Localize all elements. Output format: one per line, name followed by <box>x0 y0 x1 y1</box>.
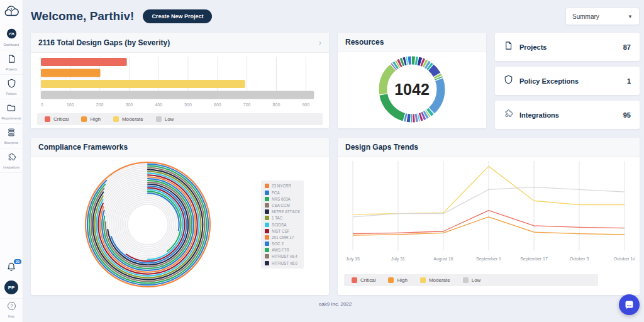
stat-label: Projects <box>519 43 547 51</box>
framework-legend-item[interactable]: HITRUST v9.4 <box>265 254 300 258</box>
framework-legend-item[interactable]: NIST CSF <box>265 229 300 233</box>
page-title: Welcome, Parthiv! <box>31 9 134 23</box>
design-gaps-card-header: 2116 Total Design Gaps (by Severity) › <box>31 33 329 53</box>
compliance-legend: 23 NYCRRFCANRS 603ACSA CCMMITRE ATT&CK1 … <box>261 180 304 268</box>
create-new-project-button[interactable]: Create New Project <box>143 9 212 23</box>
resources-donut-chart: 1042 <box>338 52 486 126</box>
compliance-rings-chart <box>35 160 261 289</box>
legend-swatch <box>113 116 119 122</box>
svg-text:500: 500 <box>184 103 192 107</box>
svg-text:August 16: August 16 <box>433 257 453 262</box>
stat-card-projects[interactable]: Projects 87 <box>495 33 640 61</box>
stat-card-integrations[interactable]: Integrations 95 <box>495 101 640 129</box>
framework-legend-item[interactable]: 23 NYCRR <box>265 184 300 188</box>
legend-swatch <box>265 197 269 201</box>
legend-swatch <box>265 254 269 258</box>
stat-label: Integrations <box>519 111 559 119</box>
svg-text:October 3: October 3 <box>570 257 589 261</box>
severity-legend: CriticalHighModerateLow <box>37 113 323 125</box>
legend-swatch <box>265 248 269 252</box>
bar-low <box>41 91 314 99</box>
severity-bar-chart: 0100200300400500600700800900 <box>31 53 329 112</box>
resources-total: 1042 <box>394 80 430 98</box>
sidebar-item-integrations[interactable]: Integrations <box>0 148 23 173</box>
sidebar-nav: DashboardProjectsPoliciesRequirementsBlu… <box>0 25 23 173</box>
svg-text:200: 200 <box>96 103 104 107</box>
chevron-down-icon: ▼ <box>628 14 633 19</box>
trends-card-header: Design Gaps Trends <box>338 138 640 157</box>
legend-swatch <box>265 242 269 246</box>
sidebar: DashboardProjectsPoliciesRequirementsBlu… <box>0 0 23 322</box>
design-gaps-title: 2116 Total Design Gaps (by Severity) <box>38 38 170 47</box>
sidebar-item-blueprints[interactable]: Blueprints <box>0 124 23 148</box>
legend-swatch <box>265 209 269 214</box>
framework-legend-item[interactable]: 1 TAC <box>265 216 300 220</box>
legend-swatch <box>81 116 87 122</box>
framework-legend-item[interactable]: SOC 2 <box>265 242 300 246</box>
svg-text:600: 600 <box>214 103 221 107</box>
framework-legend-item[interactable]: AWS FTR <box>265 248 300 252</box>
legend-item-high[interactable]: High <box>388 277 407 283</box>
compliance-title: Compliance Frameworks <box>38 143 128 152</box>
footer-copyright: oak9 Inc. 2022 <box>31 301 640 307</box>
framework-legend-item[interactable]: SCIDSA <box>265 223 300 227</box>
sidebar-item-projects[interactable]: Projects <box>0 50 23 75</box>
framework-legend-item[interactable]: MITRE ATT&CK <box>265 209 300 214</box>
sidebar-item-help[interactable]: ? Help <box>0 298 23 319</box>
puzzle-icon <box>504 109 513 121</box>
svg-text:July 15: July 15 <box>346 257 360 262</box>
framework-legend-item[interactable]: FCA <box>265 191 300 195</box>
shield-icon <box>504 75 513 87</box>
framework-legend-item[interactable]: CSA CCM <box>265 203 300 208</box>
sidebar-item-policies[interactable]: Policies <box>0 75 23 99</box>
framework-legend-item[interactable]: NRS 603A <box>265 197 300 201</box>
avatar[interactable]: PP <box>4 280 18 294</box>
legend-swatch <box>265 184 269 188</box>
stat-card-policy-exceptions[interactable]: Policy Exceptions 1 <box>495 67 640 95</box>
compliance-card-header: Compliance Frameworks <box>31 138 329 157</box>
sidebar-item-dashboard[interactable]: Dashboard <box>0 25 23 50</box>
puzzle-icon <box>7 152 16 164</box>
legend-swatch <box>463 277 469 283</box>
main-content: Welcome, Parthiv! Create New Project Sum… <box>23 0 644 322</box>
legend-swatch <box>265 191 269 195</box>
resources-card-header: Resources <box>338 33 486 52</box>
legend-swatch <box>388 277 394 283</box>
layers-icon <box>6 128 16 140</box>
stats-column: Projects 87 Policy Exceptions 1 Integrat… <box>495 33 640 129</box>
help-label: Help <box>8 314 14 318</box>
trends-legend: CriticalHighModerateLow <box>344 274 598 286</box>
top-bar: Welcome, Parthiv! Create New Project Sum… <box>31 5 640 28</box>
framework-legend-item[interactable]: 201 CMR.17 <box>265 235 300 240</box>
help-icon: ? <box>7 301 16 313</box>
bell-icon <box>6 263 16 274</box>
legend-swatch <box>352 277 357 283</box>
legend-swatch <box>265 261 269 265</box>
legend-swatch <box>45 116 50 122</box>
sidebar-item-requirements[interactable]: Requirements <box>0 99 23 124</box>
stat-value: 1 <box>627 77 631 85</box>
notification-badge: 20 <box>14 259 21 264</box>
framework-legend-item[interactable]: HITRUST v8.0 <box>265 261 300 265</box>
chevron-right-icon[interactable]: › <box>319 38 321 47</box>
svg-text:700: 700 <box>243 103 251 107</box>
legend-swatch <box>265 216 269 220</box>
notifications-button[interactable]: 20 <box>6 259 16 277</box>
svg-text:October 14: October 14 <box>614 257 635 261</box>
legend-swatch <box>265 235 269 240</box>
chat-launcher-button[interactable] <box>619 294 640 315</box>
legend-item-critical[interactable]: Critical <box>352 277 375 283</box>
bar-critical <box>41 58 127 66</box>
legend-item-high[interactable]: High <box>81 116 100 122</box>
legend-item-low[interactable]: Low <box>463 277 481 283</box>
summary-dropdown[interactable]: Summary ▼ <box>565 8 640 25</box>
oak9-logo[interactable] <box>4 0 19 25</box>
chat-icon <box>624 299 635 310</box>
legend-item-critical[interactable]: Critical <box>45 116 69 122</box>
legend-item-moderate[interactable]: Moderate <box>113 116 143 122</box>
legend-item-moderate[interactable]: Moderate <box>420 277 450 283</box>
legend-swatch <box>156 116 162 122</box>
design-gaps-card: 2116 Total Design Gaps (by Severity) › 0… <box>31 33 329 128</box>
compliance-card: Compliance Frameworks 23 NYCRRFCANRS 603… <box>31 138 329 295</box>
legend-item-low[interactable]: Low <box>156 116 174 122</box>
